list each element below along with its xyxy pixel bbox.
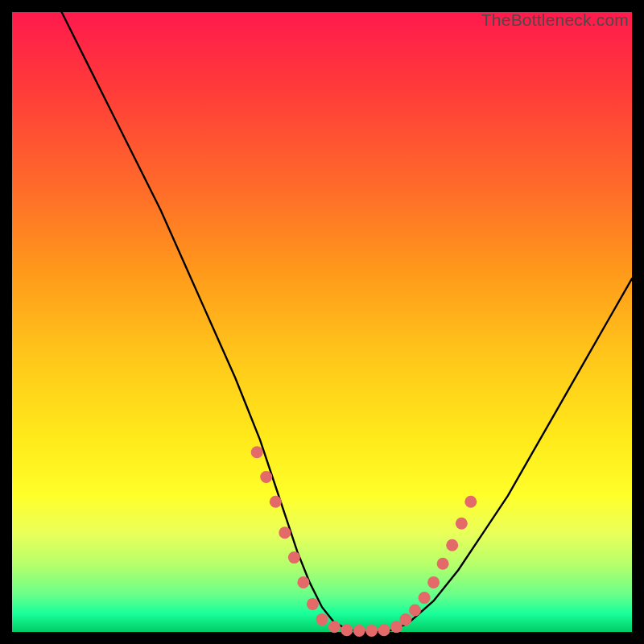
scatter-dot [427,576,440,588]
scatter-dot [464,496,477,508]
bottleneck-curve-line [62,12,632,632]
scatter-dot [437,558,449,570]
scatter-dot [399,613,411,625]
scatter-dot [279,526,291,539]
scatter-dot [456,518,468,530]
scatter-dot [353,625,365,637]
scatter-dot [316,613,328,625]
scatter-dot [378,624,390,636]
scatter-dot [307,598,319,610]
scatter-dot [251,446,263,458]
scatter-dot [365,625,378,637]
scatter-dot [297,576,309,588]
scatter-dot [446,539,458,551]
scatter-dot [270,496,282,508]
scatter-dot [328,621,341,633]
scatter-dots-group [251,446,477,637]
scatter-dot [288,551,300,564]
scatter-dot [260,471,272,483]
chart-svg [12,12,632,632]
chart-frame: TheBottleneck.com [12,12,632,632]
scatter-dot [341,624,353,636]
scatter-dot [409,605,421,617]
scatter-dot [419,592,431,604]
